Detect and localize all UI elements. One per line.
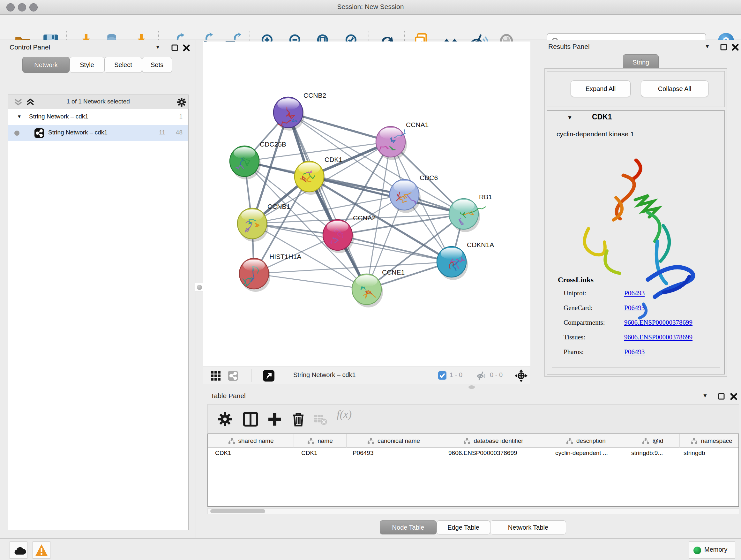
network-list-options-gear-icon[interactable] xyxy=(177,97,187,107)
table-panel-menu-icon[interactable]: ▼ xyxy=(702,393,708,399)
column-header-id[interactable]: @id xyxy=(626,434,680,448)
expand-all-button[interactable]: Expand All xyxy=(570,80,630,97)
table-cell[interactable]: stringdb:9... xyxy=(631,449,663,456)
crosslink-link[interactable]: P06493 xyxy=(624,289,645,297)
column-header-label: namespace xyxy=(701,437,732,444)
network-edge[interactable] xyxy=(338,235,452,262)
tree-expander-icon[interactable]: ▼ xyxy=(17,114,22,119)
network-canvas[interactable]: CCNB2CCNA1CDC25BCDK1CDC6RB1CCNB1CCNA2CDK… xyxy=(203,42,530,367)
delete-column-icon[interactable] xyxy=(290,411,307,428)
table-cell[interactable]: P06493 xyxy=(353,449,374,456)
memory-status-dot xyxy=(693,547,701,554)
network-row[interactable]: String Network – cdk1 11 48 xyxy=(8,125,188,141)
hidden-eye-icon[interactable] xyxy=(476,371,487,381)
node-label: CCNA1 xyxy=(406,121,428,128)
tab-style[interactable]: Style xyxy=(70,57,105,73)
column-type-icon xyxy=(307,438,314,444)
network-node-CDK1[interactable]: CDK1 xyxy=(294,156,342,195)
collection-count: 1 xyxy=(179,113,183,120)
warnings-button[interactable] xyxy=(32,542,51,559)
table-cell[interactable]: CDK1 xyxy=(301,449,318,456)
center-view-crosshair-icon[interactable] xyxy=(515,369,528,382)
network-node-CCNA1[interactable]: CCNA1 xyxy=(376,121,428,160)
network-edge[interactable] xyxy=(254,273,367,289)
node-gloss xyxy=(453,200,475,211)
crosslink-link[interactable]: P06493 xyxy=(624,348,645,356)
column-header-databaseidentifier[interactable]: database identifier xyxy=(441,434,546,448)
node-gloss xyxy=(394,181,415,192)
network-node-CCNB2[interactable]: CCNB2 xyxy=(273,91,326,131)
control-panel: Control Panel ▼ NetworkStyleSelectSets 1… xyxy=(0,40,196,538)
control-panel-float-icon[interactable] xyxy=(171,44,179,52)
left-splitter[interactable] xyxy=(196,40,203,538)
results-panel-menu-icon[interactable]: ▼ xyxy=(704,44,710,50)
table-horizontal-scrollbar[interactable] xyxy=(207,508,739,514)
gene-section: ▼ CDK1 cyclin-dependent kinase 1 xyxy=(547,110,725,374)
gene-collapse-icon[interactable]: ▼ xyxy=(567,115,572,121)
table-cell[interactable]: cyclin-dependent ... xyxy=(555,449,608,456)
cloud-status-button[interactable] xyxy=(10,542,27,559)
control-panel-close-icon[interactable] xyxy=(183,44,190,52)
tab-string[interactable]: String xyxy=(623,54,659,70)
crosslink-link[interactable]: P06493 xyxy=(624,304,645,312)
results-panel-close-icon[interactable] xyxy=(731,44,739,51)
horizontal-splitter-handle[interactable] xyxy=(468,385,475,389)
results-panel-float-icon[interactable] xyxy=(720,44,728,51)
table-panel-close-icon[interactable] xyxy=(730,393,738,400)
column-header-description[interactable]: description xyxy=(546,434,626,448)
tab-sets[interactable]: Sets xyxy=(142,57,172,73)
tab-edge-table[interactable]: Edge Table xyxy=(436,520,490,535)
network-node-RB1[interactable]: RB1 xyxy=(449,193,492,232)
column-header-sharedname[interactable]: shared name xyxy=(208,434,294,448)
network-graph[interactable]: CCNB2CCNA1CDC25BCDK1CDC6RB1CCNB1CCNA2CDK… xyxy=(203,42,530,367)
collapse-all-button[interactable]: Collapse All xyxy=(641,80,709,97)
network-selected-status: 1 of 1 Network selected xyxy=(8,98,188,105)
toolbar-separator xyxy=(427,369,427,382)
open-in-window-icon[interactable] xyxy=(263,370,275,382)
show-columns-icon[interactable] xyxy=(242,411,259,428)
network-node-CDC6[interactable]: CDC6 xyxy=(390,174,438,213)
tab-select[interactable]: Select xyxy=(105,57,142,73)
table-panel: Table Panel ▼ f(x) shared namenamecanoni… xyxy=(203,390,741,538)
crosslink-link[interactable]: 9606.ENSP00000378699 xyxy=(624,333,692,341)
crosslink-link[interactable]: 9606.ENSP00000378699 xyxy=(624,319,692,327)
table-cell[interactable]: CDK1 xyxy=(215,449,231,456)
network-collection-row[interactable]: ▼ String Network – cdk1 1 xyxy=(8,109,188,125)
control-panel-menu-icon[interactable]: ▼ xyxy=(155,44,160,51)
birdseye-grid-icon[interactable] xyxy=(210,370,221,381)
tab-network[interactable]: Network xyxy=(22,57,70,73)
table-panel-title: Table Panel xyxy=(211,392,246,400)
network-edge[interactable] xyxy=(288,112,367,289)
delete-table-icon[interactable] xyxy=(313,411,328,428)
node-gloss xyxy=(356,275,378,287)
crosslink-row: GeneCard:P06493 xyxy=(563,304,717,315)
table-cell[interactable]: 9606.ENSP00000378699 xyxy=(448,449,517,456)
scrollbar-thumb[interactable] xyxy=(210,509,265,513)
table-options-gear-icon[interactable] xyxy=(217,411,233,428)
network-share-icon[interactable] xyxy=(227,370,239,381)
node-label: CDC6 xyxy=(420,174,438,181)
crosslink-label: Compartments: xyxy=(563,319,605,326)
node-table[interactable]: shared namenamecanonical namedatabase id… xyxy=(207,434,739,507)
network-collection-label: String Network – cdk1 xyxy=(29,113,88,120)
control-panel-title: Control Panel xyxy=(10,44,50,51)
memory-label: Memory xyxy=(704,546,727,553)
add-column-icon[interactable] xyxy=(266,411,283,428)
column-header-namespace[interactable]: namespace xyxy=(680,434,741,448)
gene-description: cyclin-dependent kinase 1 xyxy=(556,130,634,138)
toolbar-separator xyxy=(472,369,472,382)
left-splitter-handle[interactable] xyxy=(195,283,204,292)
crosslink-row: Uniprot:P06493 xyxy=(563,289,717,300)
column-header-label: description xyxy=(576,437,606,444)
network-node-CDKN1A[interactable]: CDKN1A xyxy=(437,241,494,280)
column-header-canonicalname[interactable]: canonical name xyxy=(347,434,441,448)
function-builder-icon[interactable]: f(x) xyxy=(337,408,365,425)
table-panel-float-icon[interactable] xyxy=(718,393,725,400)
tab-network-table[interactable]: Network Table xyxy=(490,520,566,535)
column-header-name[interactable]: name xyxy=(294,434,347,448)
memory-button[interactable]: Memory xyxy=(689,542,735,559)
table-cell[interactable]: stringdb xyxy=(684,449,705,456)
tab-node-table[interactable]: Node Table xyxy=(380,520,436,535)
network-list: ▼ String Network – cdk1 1 String Network… xyxy=(8,109,189,530)
selected-checkbox-icon[interactable] xyxy=(438,371,447,380)
